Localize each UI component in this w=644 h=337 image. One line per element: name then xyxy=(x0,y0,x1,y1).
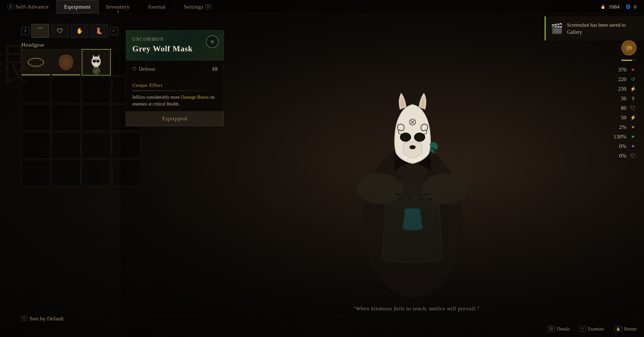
crit-dmg-icon: ✦ xyxy=(629,134,636,140)
nav-key-d: D xyxy=(206,4,211,9)
return-label: Return xyxy=(624,326,636,332)
currency-jade: 🌀 0 xyxy=(625,3,636,10)
stat-crit-rate-value: 2% xyxy=(611,124,626,130)
equip-tab-headgear[interactable]: ⌒ xyxy=(31,24,49,38)
stat-health-value: 370 xyxy=(611,66,626,73)
equip-arms-icon: ✋ xyxy=(76,28,83,34)
stat-defense-row: 36 🗡 xyxy=(611,95,636,102)
camera-icon: 🎬 xyxy=(551,23,563,34)
item-headband-img xyxy=(26,52,46,72)
nav-key-a: A xyxy=(8,4,13,9)
defense-stat-row: 🛡 Defense 10 xyxy=(132,64,217,74)
inv-slot-5[interactable] xyxy=(52,77,80,103)
slot-border-1 xyxy=(52,74,80,75)
nav-journal-label: Journal xyxy=(148,4,166,10)
level-bar-fill xyxy=(621,60,632,61)
resilience-icon: 🛡 xyxy=(629,105,636,111)
char-stats-panel: 19 370 ♥ 220 ↺ 230 ⚡ 36 🗡 80 🛡 50 ⚡ 2% ✦… xyxy=(611,40,636,159)
equip-tab-legs[interactable]: 👢 xyxy=(90,24,108,38)
equip-key-z: Z xyxy=(21,27,29,35)
inv-slot-17[interactable] xyxy=(52,160,80,186)
xp-icon: ✦ xyxy=(629,143,636,149)
item-name: Grey Wolf Mask xyxy=(132,44,217,53)
equip-key-c: C xyxy=(110,27,118,35)
character-model xyxy=(337,33,488,310)
nav-sep-1 xyxy=(139,3,139,11)
equipped-button[interactable]: Equipped xyxy=(126,111,224,126)
inv-slot-16[interactable] xyxy=(21,160,50,186)
inv-slot-8[interactable] xyxy=(21,104,50,131)
stamina-icon: ↺ xyxy=(629,76,636,82)
defense-value: 10 xyxy=(212,66,217,72)
level-bar xyxy=(621,60,636,61)
nav-settings[interactable]: Settings D xyxy=(176,0,219,13)
defense-icon: 🛡 xyxy=(132,66,137,72)
inv-slot-2[interactable]: ✓ xyxy=(82,49,111,76)
nav-journal[interactable]: Journal xyxy=(140,0,173,13)
inventory-grid: ✓ xyxy=(21,49,141,186)
bottom-quote: "When kindness fails to teach, malice wi… xyxy=(226,305,606,312)
nav-self-advance[interactable]: A Self-Advance xyxy=(0,0,56,13)
inv-slot-18[interactable] xyxy=(82,160,111,186)
equip-icons-row: Z ⌒ 🛡 ✋ 👢 C xyxy=(21,24,118,38)
stat-defense-value: 36 xyxy=(611,95,626,102)
nav-inventory-dot xyxy=(117,11,119,12)
svg-point-12 xyxy=(96,60,100,63)
item-mask-img xyxy=(56,52,76,72)
stat-crit-dmg-row: 130% ✦ xyxy=(611,133,636,140)
crit-rate-icon: ✦ xyxy=(629,124,636,130)
unique-effect-section: Unique Effect Inflicts considerably more… xyxy=(126,78,224,111)
rarity-icon-symbol: ☣ xyxy=(210,39,215,45)
inv-slot-10[interactable] xyxy=(82,104,111,131)
details-label: Details xyxy=(557,326,570,332)
inv-slot-12[interactable] xyxy=(21,132,50,159)
defense-label: 🛡 Defense xyxy=(132,66,155,72)
stat-stamina-row: 220 ↺ xyxy=(611,76,636,83)
nav-equipment-label: Equipment xyxy=(64,4,91,10)
inv-slot-6[interactable] xyxy=(82,77,111,103)
small-mask-icon xyxy=(59,55,73,70)
svg-point-7 xyxy=(416,134,424,140)
gold-value: 1684 xyxy=(609,4,620,10)
examine-key-icon: T xyxy=(580,326,586,332)
equip-headgear-icon: ⌒ xyxy=(37,26,44,36)
item-rarity-icon: ☣ xyxy=(206,35,219,48)
sort-text: Sort by Default xyxy=(29,315,64,322)
nav-sep-2 xyxy=(175,3,175,11)
equip-armor-icon: 🛡 xyxy=(57,27,63,34)
nav-equipment[interactable]: Equipment xyxy=(56,0,99,13)
slot-border-0 xyxy=(22,74,50,75)
level-badge: 19 xyxy=(621,40,636,55)
headband-icon xyxy=(28,58,44,67)
inv-slot-0[interactable] xyxy=(21,49,50,76)
nav-inventory-label: Inventory xyxy=(106,4,130,10)
action-examine[interactable]: T Examine xyxy=(580,326,604,332)
stat-resilience-row: 80 🛡 xyxy=(611,105,636,111)
attack-icon: ⚡ xyxy=(629,115,636,121)
svg-point-9 xyxy=(410,145,416,149)
stat-spirit-value: 230 xyxy=(611,86,626,92)
unique-effect-divider xyxy=(132,91,217,91)
equip-tab-arms[interactable]: ✋ xyxy=(71,24,88,38)
equip-tab-armor[interactable]: 🛡 xyxy=(51,24,69,38)
return-key-icon: 🔒 xyxy=(614,326,622,332)
inv-slot-9[interactable] xyxy=(52,104,80,131)
stat-crit-dmg-value: 130% xyxy=(611,133,626,140)
action-details[interactable]: 囧 Details xyxy=(548,326,570,332)
inv-slot-4[interactable] xyxy=(21,77,50,103)
nav-inventory[interactable]: Inventory xyxy=(99,0,138,13)
spirit-icon: ⚡ xyxy=(629,86,636,92)
stat-stamina-value: 220 xyxy=(611,76,626,83)
inv-slot-13[interactable] xyxy=(52,132,80,159)
inv-slot-14[interactable] xyxy=(82,132,111,159)
stat-special-value: 0% xyxy=(611,153,626,159)
health-icon: ♥ xyxy=(629,67,636,73)
inv-slot-15[interactable] xyxy=(112,132,141,159)
stat-resilience-value: 80 xyxy=(611,105,626,111)
sort-label: V Sort by Default xyxy=(21,315,64,322)
inv-slot-19[interactable] xyxy=(112,160,141,186)
action-return[interactable]: 🔒 Return xyxy=(614,326,636,332)
stat-health-row: 370 ♥ xyxy=(611,66,636,73)
inv-slot-1[interactable] xyxy=(52,49,80,76)
char-model-area xyxy=(206,25,619,317)
